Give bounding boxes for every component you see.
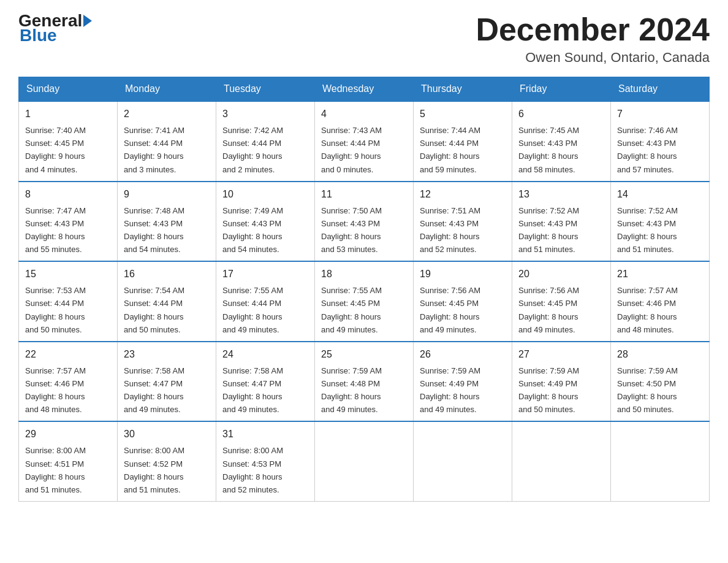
calendar-cell: 28 Sunrise: 7:59 AMSunset: 4:50 PMDaylig…: [611, 342, 710, 422]
calendar-cell: 8 Sunrise: 7:47 AMSunset: 4:43 PMDayligh…: [19, 182, 118, 262]
day-info: Sunrise: 7:43 AMSunset: 4:44 PMDaylight:…: [321, 126, 382, 174]
day-number: 5: [420, 107, 506, 121]
day-number: 20: [518, 267, 604, 282]
weekday-header-sunday: Sunday: [19, 77, 118, 102]
day-number: 31: [222, 427, 308, 442]
logo-arrow-icon: [83, 15, 92, 27]
day-info: Sunrise: 7:47 AMSunset: 4:43 PMDaylight:…: [25, 206, 86, 254]
calendar-cell: 9 Sunrise: 7:48 AMSunset: 4:43 PMDayligh…: [118, 182, 216, 262]
day-info: Sunrise: 7:44 AMSunset: 4:44 PMDaylight:…: [420, 126, 480, 174]
calendar-cell: 22 Sunrise: 7:57 AMSunset: 4:46 PMDaylig…: [19, 342, 118, 422]
day-number: 1: [25, 107, 111, 121]
day-number: 3: [222, 107, 308, 121]
day-info: Sunrise: 7:58 AMSunset: 4:47 PMDaylight:…: [222, 366, 283, 414]
day-number: 17: [222, 267, 308, 282]
logo-blue-text: Blue: [20, 27, 57, 44]
day-number: 18: [321, 267, 407, 282]
day-info: Sunrise: 7:51 AMSunset: 4:43 PMDaylight:…: [420, 206, 480, 254]
day-number: 4: [321, 107, 407, 121]
day-number: 2: [124, 107, 210, 121]
day-info: Sunrise: 7:53 AMSunset: 4:44 PMDaylight:…: [25, 286, 86, 334]
day-info: Sunrise: 7:56 AMSunset: 4:45 PMDaylight:…: [518, 286, 579, 334]
calendar-cell: [512, 421, 611, 501]
location-title: Owen Sound, Ontario, Canada: [476, 50, 710, 66]
calendar-cell: 4 Sunrise: 7:43 AMSunset: 4:44 PMDayligh…: [315, 101, 414, 182]
day-info: Sunrise: 7:59 AMSunset: 4:49 PMDaylight:…: [420, 366, 480, 414]
day-info: Sunrise: 7:45 AMSunset: 4:43 PMDaylight:…: [518, 126, 579, 174]
calendar-cell: 6 Sunrise: 7:45 AMSunset: 4:43 PMDayligh…: [512, 101, 611, 182]
logo: General Blue: [18, 12, 93, 44]
calendar-cell: 12 Sunrise: 7:51 AMSunset: 4:43 PMDaylig…: [414, 182, 512, 262]
month-title: December 2024: [476, 12, 710, 47]
calendar-week-row: 1 Sunrise: 7:40 AMSunset: 4:45 PMDayligh…: [19, 101, 710, 182]
day-number: 12: [420, 187, 506, 202]
calendar-cell: 2 Sunrise: 7:41 AMSunset: 4:44 PMDayligh…: [118, 101, 216, 182]
calendar-cell: 23 Sunrise: 7:58 AMSunset: 4:47 PMDaylig…: [118, 342, 216, 422]
day-info: Sunrise: 7:52 AMSunset: 4:43 PMDaylight:…: [617, 206, 678, 254]
calendar-cell: 15 Sunrise: 7:53 AMSunset: 4:44 PMDaylig…: [19, 261, 118, 342]
day-number: 15: [25, 267, 111, 282]
day-number: 23: [124, 347, 210, 362]
page-header: General Blue December 2024 Owen Sound, O…: [18, 12, 710, 66]
day-info: Sunrise: 7:52 AMSunset: 4:43 PMDaylight:…: [518, 206, 579, 254]
day-number: 28: [617, 347, 703, 362]
calendar-week-row: 8 Sunrise: 7:47 AMSunset: 4:43 PMDayligh…: [19, 182, 710, 262]
day-info: Sunrise: 7:50 AMSunset: 4:43 PMDaylight:…: [321, 206, 382, 254]
calendar-cell: 29 Sunrise: 8:00 AMSunset: 4:51 PMDaylig…: [19, 421, 118, 501]
calendar-cell: 25 Sunrise: 7:59 AMSunset: 4:48 PMDaylig…: [315, 342, 414, 422]
day-info: Sunrise: 7:49 AMSunset: 4:43 PMDaylight:…: [222, 206, 283, 254]
day-info: Sunrise: 7:48 AMSunset: 4:43 PMDaylight:…: [124, 206, 184, 254]
day-number: 21: [617, 267, 703, 282]
day-number: 24: [222, 347, 308, 362]
calendar-week-row: 22 Sunrise: 7:57 AMSunset: 4:46 PMDaylig…: [19, 342, 710, 422]
day-info: Sunrise: 7:41 AMSunset: 4:44 PMDaylight:…: [124, 126, 184, 174]
day-info: Sunrise: 8:00 AMSunset: 4:52 PMDaylight:…: [124, 446, 184, 494]
day-info: Sunrise: 7:42 AMSunset: 4:44 PMDaylight:…: [222, 126, 283, 174]
day-info: Sunrise: 7:56 AMSunset: 4:45 PMDaylight:…: [420, 286, 480, 334]
calendar-table: SundayMondayTuesdayWednesdayThursdayFrid…: [18, 77, 710, 502]
day-number: 29: [25, 427, 111, 442]
day-number: 25: [321, 347, 407, 362]
calendar-cell: 24 Sunrise: 7:58 AMSunset: 4:47 PMDaylig…: [216, 342, 315, 422]
day-number: 10: [222, 187, 308, 202]
calendar-week-row: 15 Sunrise: 7:53 AMSunset: 4:44 PMDaylig…: [19, 261, 710, 342]
weekday-header-friday: Friday: [512, 77, 611, 102]
day-number: 8: [25, 187, 111, 202]
calendar-week-row: 29 Sunrise: 8:00 AMSunset: 4:51 PMDaylig…: [19, 421, 710, 501]
day-info: Sunrise: 7:59 AMSunset: 4:49 PMDaylight:…: [518, 366, 579, 414]
day-info: Sunrise: 7:46 AMSunset: 4:43 PMDaylight:…: [617, 126, 678, 174]
calendar-cell: 26 Sunrise: 7:59 AMSunset: 4:49 PMDaylig…: [414, 342, 512, 422]
day-info: Sunrise: 7:57 AMSunset: 4:46 PMDaylight:…: [25, 366, 86, 414]
weekday-header-row: SundayMondayTuesdayWednesdayThursdayFrid…: [19, 77, 710, 102]
calendar-cell: 14 Sunrise: 7:52 AMSunset: 4:43 PMDaylig…: [611, 182, 710, 262]
day-number: 30: [124, 427, 210, 442]
calendar-cell: 13 Sunrise: 7:52 AMSunset: 4:43 PMDaylig…: [512, 182, 611, 262]
calendar-cell: 3 Sunrise: 7:42 AMSunset: 4:44 PMDayligh…: [216, 101, 315, 182]
day-number: 9: [124, 187, 210, 202]
day-info: Sunrise: 8:00 AMSunset: 4:53 PMDaylight:…: [222, 446, 283, 494]
calendar-cell: 30 Sunrise: 8:00 AMSunset: 4:52 PMDaylig…: [118, 421, 216, 501]
day-info: Sunrise: 7:59 AMSunset: 4:50 PMDaylight:…: [617, 366, 678, 414]
day-info: Sunrise: 8:00 AMSunset: 4:51 PMDaylight:…: [25, 446, 86, 494]
day-info: Sunrise: 7:59 AMSunset: 4:48 PMDaylight:…: [321, 366, 382, 414]
title-area: December 2024 Owen Sound, Ontario, Canad…: [476, 12, 710, 66]
day-number: 26: [420, 347, 506, 362]
calendar-cell: [611, 421, 710, 501]
day-info: Sunrise: 7:55 AMSunset: 4:45 PMDaylight:…: [321, 286, 382, 334]
weekday-header-monday: Monday: [118, 77, 216, 102]
weekday-header-saturday: Saturday: [611, 77, 710, 102]
calendar-cell: 31 Sunrise: 8:00 AMSunset: 4:53 PMDaylig…: [216, 421, 315, 501]
calendar-cell: 11 Sunrise: 7:50 AMSunset: 4:43 PMDaylig…: [315, 182, 414, 262]
calendar-cell: 5 Sunrise: 7:44 AMSunset: 4:44 PMDayligh…: [414, 101, 512, 182]
day-number: 27: [518, 347, 604, 362]
weekday-header-tuesday: Tuesday: [216, 77, 315, 102]
calendar-cell: 16 Sunrise: 7:54 AMSunset: 4:44 PMDaylig…: [118, 261, 216, 342]
day-number: 16: [124, 267, 210, 282]
calendar-cell: 18 Sunrise: 7:55 AMSunset: 4:45 PMDaylig…: [315, 261, 414, 342]
day-number: 13: [518, 187, 604, 202]
day-number: 14: [617, 187, 703, 202]
day-number: 7: [617, 107, 703, 121]
calendar-cell: 17 Sunrise: 7:55 AMSunset: 4:44 PMDaylig…: [216, 261, 315, 342]
calendar-cell: 21 Sunrise: 7:57 AMSunset: 4:46 PMDaylig…: [611, 261, 710, 342]
calendar-cell: [414, 421, 512, 501]
